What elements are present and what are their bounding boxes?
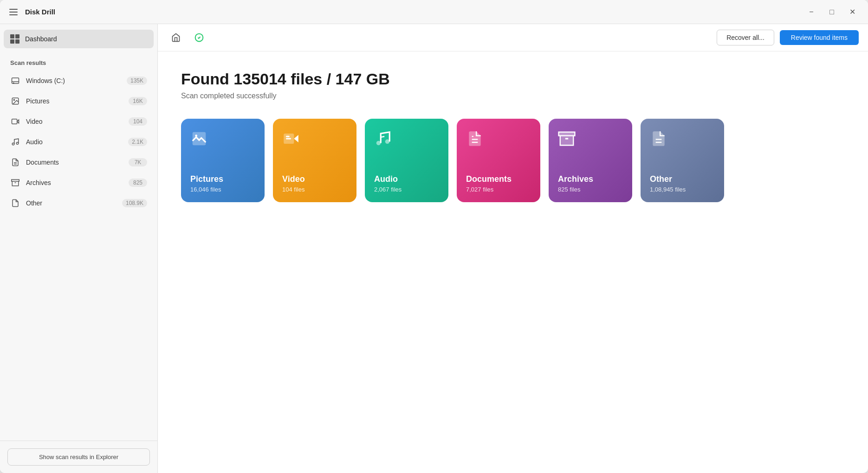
pictures-badge: 16K bbox=[129, 97, 147, 105]
sidebar-item-audio[interactable]: Audio 2.1K bbox=[4, 132, 154, 152]
video-badge: 104 bbox=[129, 117, 147, 126]
pictures-icon bbox=[10, 96, 20, 106]
minimize-button[interactable]: − bbox=[803, 4, 820, 20]
pictures-card-icon bbox=[190, 130, 255, 152]
archives-card-title: Archives bbox=[558, 174, 623, 184]
scan-results-header: Scan results bbox=[0, 54, 157, 69]
sidebar: Dashboard Scan results Windows (C:) 135K bbox=[0, 24, 158, 473]
other-label: Other bbox=[26, 199, 122, 207]
svg-point-15 bbox=[195, 134, 197, 137]
title-bar: Disk Drill − □ ✕ bbox=[0, 0, 868, 24]
sidebar-footer: Show scan results in Explorer bbox=[0, 441, 157, 473]
cards-grid: Pictures 16,046 files bbox=[181, 119, 845, 202]
video-card-subtitle: 104 files bbox=[282, 186, 347, 193]
pictures-label: Pictures bbox=[26, 97, 129, 105]
audio-label: Audio bbox=[26, 138, 128, 146]
dashboard-grid-icon bbox=[10, 34, 19, 44]
home-button[interactable] bbox=[167, 29, 185, 46]
svg-rect-19 bbox=[286, 138, 291, 139]
svg-point-7 bbox=[12, 143, 14, 145]
documents-card-subtitle: 7,027 files bbox=[466, 186, 531, 193]
archives-badge: 825 bbox=[129, 179, 147, 187]
video-card-icon bbox=[282, 130, 347, 152]
sidebar-nav: Windows (C:) 135K Pictures 16K bbox=[0, 69, 157, 441]
sidebar-item-pictures[interactable]: Pictures 16K bbox=[4, 91, 154, 111]
app-window: Disk Drill − □ ✕ Dashboard Scan results bbox=[0, 0, 868, 473]
recover-all-button[interactable]: Recover all... bbox=[717, 30, 774, 45]
menu-icon[interactable] bbox=[7, 7, 19, 17]
documents-card-title: Documents bbox=[466, 174, 531, 184]
windows-label: Windows (C:) bbox=[26, 77, 127, 84]
card-pictures[interactable]: Pictures 16,046 files bbox=[181, 119, 265, 202]
sidebar-item-dashboard[interactable]: Dashboard bbox=[4, 30, 154, 48]
other-badge: 108.9K bbox=[122, 199, 147, 207]
video-card-title: Video bbox=[282, 174, 347, 184]
found-subtitle: Scan completed successfully bbox=[181, 92, 845, 100]
close-button[interactable]: ✕ bbox=[844, 4, 861, 20]
svg-point-20 bbox=[376, 141, 381, 146]
title-bar-left: Disk Drill bbox=[7, 7, 55, 17]
main-content: Found 135014 files / 147 GB Scan complet… bbox=[158, 51, 868, 473]
svg-rect-0 bbox=[12, 78, 19, 83]
content-area: Recover all... Review found items Found … bbox=[158, 24, 868, 473]
found-title: Found 135014 files / 147 GB bbox=[181, 70, 845, 88]
archives-card-subtitle: 825 files bbox=[558, 186, 623, 193]
app-title: Disk Drill bbox=[25, 8, 55, 16]
title-bar-right: − □ ✕ bbox=[803, 4, 861, 20]
card-other[interactable]: Other 1,08,945 files bbox=[641, 119, 724, 202]
svg-rect-5 bbox=[12, 119, 17, 124]
check-button[interactable] bbox=[190, 29, 208, 46]
documents-badge: 7K bbox=[129, 158, 147, 166]
drive-icon bbox=[10, 76, 20, 86]
sidebar-top: Dashboard bbox=[0, 24, 157, 54]
svg-rect-25 bbox=[559, 132, 575, 136]
svg-point-21 bbox=[385, 140, 390, 144]
review-found-button[interactable]: Review found items bbox=[780, 30, 859, 45]
archives-icon bbox=[10, 178, 20, 188]
card-documents[interactable]: Documents 7,027 files bbox=[457, 119, 540, 202]
archives-card-icon bbox=[558, 130, 623, 152]
other-card-icon bbox=[650, 130, 715, 152]
audio-badge: 2.1K bbox=[128, 138, 147, 146]
windows-badge: 135K bbox=[127, 77, 147, 85]
sidebar-item-other[interactable]: Other 108.9K bbox=[4, 193, 154, 213]
archives-label: Archives bbox=[26, 179, 129, 186]
svg-rect-18 bbox=[286, 136, 290, 137]
main-layout: Dashboard Scan results Windows (C:) 135K bbox=[0, 24, 868, 473]
pictures-card-subtitle: 16,046 files bbox=[190, 186, 255, 193]
other-icon bbox=[10, 198, 20, 208]
pictures-card-title: Pictures bbox=[190, 174, 255, 184]
documents-label: Documents bbox=[26, 159, 129, 166]
svg-point-2 bbox=[13, 83, 14, 84]
svg-point-4 bbox=[13, 99, 14, 100]
dashboard-label: Dashboard bbox=[25, 35, 57, 43]
documents-card-icon bbox=[466, 130, 531, 152]
maximize-button[interactable]: □ bbox=[823, 4, 840, 20]
audio-card-icon bbox=[374, 130, 439, 152]
show-explorer-button[interactable]: Show scan results in Explorer bbox=[7, 448, 150, 466]
card-video[interactable]: Video 104 files bbox=[273, 119, 356, 202]
video-label: Video bbox=[26, 118, 129, 125]
documents-icon bbox=[10, 157, 20, 167]
sidebar-item-video[interactable]: Video 104 bbox=[4, 112, 154, 131]
video-icon bbox=[10, 116, 20, 127]
audio-card-title: Audio bbox=[374, 174, 439, 184]
other-card-subtitle: 1,08,945 files bbox=[650, 186, 715, 193]
sidebar-item-documents[interactable]: Documents 7K bbox=[4, 153, 154, 172]
svg-rect-11 bbox=[12, 179, 19, 181]
other-card-title: Other bbox=[650, 174, 715, 184]
card-audio[interactable]: Audio 2,067 files bbox=[365, 119, 448, 202]
svg-marker-17 bbox=[294, 135, 298, 142]
audio-card-subtitle: 2,067 files bbox=[374, 186, 439, 193]
card-archives[interactable]: Archives 825 files bbox=[549, 119, 632, 202]
toolbar: Recover all... Review found items bbox=[158, 24, 868, 51]
sidebar-item-windows[interactable]: Windows (C:) 135K bbox=[4, 71, 154, 90]
sidebar-item-archives[interactable]: Archives 825 bbox=[4, 173, 154, 192]
audio-icon bbox=[10, 137, 20, 147]
svg-point-8 bbox=[16, 142, 19, 145]
